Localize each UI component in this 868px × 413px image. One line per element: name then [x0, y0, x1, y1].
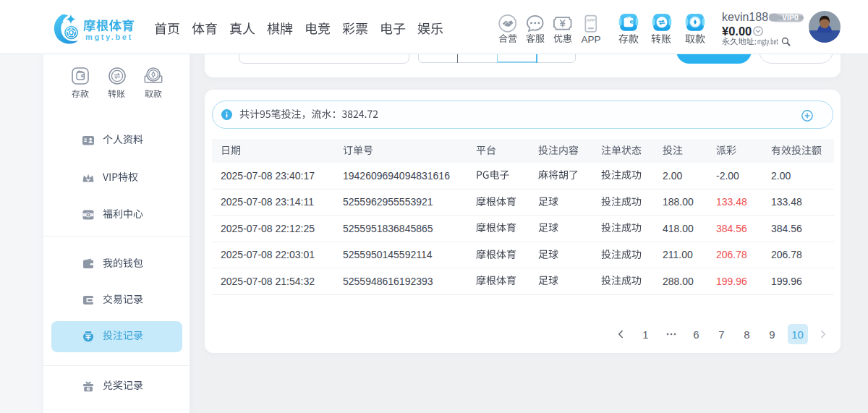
svg-text:VIP0: VIP0: [782, 13, 799, 22]
svg-text:APP: APP: [587, 18, 595, 22]
